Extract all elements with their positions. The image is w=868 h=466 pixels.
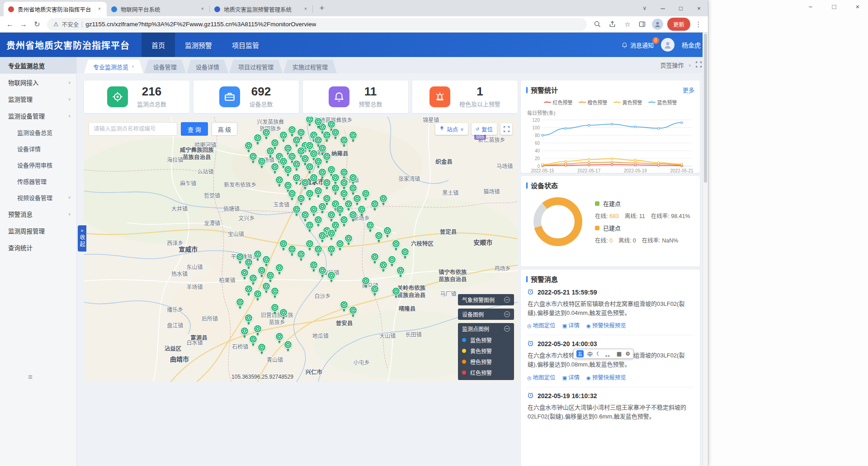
monitor-point-search-input[interactable] xyxy=(89,122,177,136)
monitor-point-marker[interactable] xyxy=(244,258,254,269)
monitor-point-marker[interactable] xyxy=(244,141,254,152)
message-link[interactable]: ◎地图定位 xyxy=(527,373,556,381)
monitor-point-marker[interactable] xyxy=(279,308,288,319)
query-button[interactable]: 查 询 xyxy=(181,122,208,136)
monitor-point-marker[interactable] xyxy=(335,239,344,251)
monitor-point-marker[interactable] xyxy=(283,165,292,176)
monitor-point-marker[interactable] xyxy=(318,231,327,243)
username[interactable]: 杨金虎 xyxy=(682,40,701,49)
sidebar-item[interactable]: 监测周报管理 xyxy=(0,222,76,239)
monitor-point-marker[interactable] xyxy=(261,282,271,293)
monitor-point-marker[interactable] xyxy=(253,133,262,145)
monitor-point-marker[interactable] xyxy=(400,247,410,259)
message-link[interactable]: ▣详情 xyxy=(562,373,580,381)
monitor-point-marker[interactable] xyxy=(392,239,401,251)
monitor-point-marker[interactable] xyxy=(270,287,279,298)
page-scrollbar[interactable] xyxy=(703,33,708,466)
monitor-point-marker[interactable] xyxy=(313,117,323,128)
monitor-point-marker[interactable] xyxy=(348,210,358,222)
monitor-point-marker[interactable] xyxy=(340,189,349,200)
monitor-point-marker[interactable] xyxy=(361,276,371,288)
monitor-point-marker[interactable] xyxy=(357,205,366,216)
background-window-control[interactable]: − xyxy=(806,3,816,10)
monitor-point-marker[interactable] xyxy=(257,157,267,168)
monitor-point-marker[interactable] xyxy=(348,306,358,317)
monitor-point-marker[interactable] xyxy=(305,162,314,174)
tab-close-icon[interactable]: × xyxy=(96,5,103,13)
ime-button[interactable]: ⚙ xyxy=(625,351,630,357)
monitor-point-marker[interactable] xyxy=(318,202,327,214)
monitor-point-marker[interactable] xyxy=(322,152,332,163)
scrollbar-thumb[interactable] xyxy=(704,33,707,183)
monitor-point-marker[interactable] xyxy=(292,205,301,216)
monitor-point-marker[interactable] xyxy=(353,194,362,205)
collapse-panel-tab[interactable]: » 收起 xyxy=(78,225,86,252)
monitor-point-marker[interactable] xyxy=(344,234,353,245)
monitor-point-marker[interactable] xyxy=(326,229,336,240)
monitor-point-marker[interactable] xyxy=(318,168,327,179)
monitor-point-marker[interactable] xyxy=(305,117,314,126)
sidebar-collapse-icon[interactable]: ≡ xyxy=(28,373,33,382)
background-window-control[interactable]: × xyxy=(853,3,863,10)
monitor-point-marker[interactable] xyxy=(240,268,249,280)
page-tab[interactable]: 设备详情 xyxy=(187,60,228,73)
ime-logo-icon[interactable]: 五 xyxy=(576,350,584,357)
point-legend-toggle[interactable]: 监测点图例 xyxy=(462,323,510,334)
monitor-point-marker[interactable] xyxy=(270,162,279,174)
monitor-point-marker[interactable] xyxy=(257,343,267,354)
tab-search-icon[interactable]: ∨ xyxy=(636,0,654,16)
device-legend-toggle[interactable]: 设备图例 xyxy=(458,309,514,320)
monitor-point-marker[interactable] xyxy=(296,250,306,261)
monitor-point-marker[interactable] xyxy=(396,266,406,277)
monitor-point-marker[interactable] xyxy=(387,255,396,266)
page-tab[interactable]: 项目过程管理 xyxy=(229,60,283,73)
ime-toolbar[interactable]: 五中☾，。▦⚙ xyxy=(573,349,633,359)
monitor-point-marker[interactable] xyxy=(274,263,284,275)
monitor-point-marker[interactable] xyxy=(340,136,349,147)
nav-item[interactable]: 项目监管 xyxy=(222,33,269,57)
monitor-point-marker[interactable] xyxy=(292,173,301,185)
minimize-button[interactable]: ─ xyxy=(654,0,672,16)
monitor-point-marker[interactable] xyxy=(253,324,262,336)
sidebar-item[interactable]: 监测管理∨ xyxy=(0,90,76,107)
update-button[interactable]: 更新 xyxy=(667,18,690,31)
monitor-point-marker[interactable] xyxy=(309,205,319,216)
tab-close-icon[interactable]: × xyxy=(302,5,309,13)
sidebar-subitem[interactable]: 传感器管理 xyxy=(0,173,76,189)
monitor-point-marker[interactable] xyxy=(296,194,306,205)
monitor-point-marker[interactable] xyxy=(253,290,262,301)
monitor-point-marker[interactable] xyxy=(249,152,258,163)
monitor-point-marker[interactable] xyxy=(361,189,371,200)
ime-button[interactable]: ，。 xyxy=(605,350,613,358)
sidebar-subitem[interactable]: 视频设备管理∨ xyxy=(0,189,76,205)
monitor-point-marker[interactable] xyxy=(274,332,284,343)
monitor-point-marker[interactable] xyxy=(309,173,319,185)
browser-tab[interactable]: 贵州省地质灾害防治指挥平台× xyxy=(4,2,107,16)
monitor-point-marker[interactable] xyxy=(279,131,288,142)
side-panel-icon[interactable] xyxy=(637,19,648,30)
monitor-point-marker[interactable] xyxy=(340,178,349,190)
monitor-point-marker[interactable] xyxy=(279,239,288,251)
monitor-point-marker[interactable] xyxy=(257,266,267,277)
monitor-point-marker[interactable] xyxy=(344,200,353,211)
browser-menu-icon[interactable]: ⋮ xyxy=(694,20,703,29)
legend-item[interactable]: 黄色预警 xyxy=(613,99,642,106)
monitor-point-marker[interactable] xyxy=(249,274,258,285)
address-bar[interactable]: ⚠ 不安全 gz1155.cn/xzlframe?http%3A%2F%2Fww… xyxy=(47,18,587,31)
user-avatar[interactable] xyxy=(661,38,675,52)
message-link[interactable]: ▣详情 xyxy=(562,321,580,329)
monitor-point-marker[interactable] xyxy=(378,194,388,205)
monitor-point-marker[interactable] xyxy=(305,239,314,251)
message-link[interactable]: ◎地图定位 xyxy=(527,321,556,329)
reset-button[interactable]: ↺ 复位 xyxy=(472,123,497,135)
sidebar-item[interactable]: 监测设备管理∧ xyxy=(0,107,76,124)
tab-close-icon[interactable]: × xyxy=(199,5,206,13)
sidebar-item[interactable]: 物联网接入∨ xyxy=(0,74,76,90)
message-link[interactable]: ◉预警快报预览 xyxy=(586,321,626,329)
monitor-point-marker[interactable] xyxy=(370,252,379,264)
message-link[interactable]: ◉预警快报预览 xyxy=(586,373,626,381)
monitor-point-marker[interactable] xyxy=(266,271,275,282)
nav-item[interactable]: 监测预警 xyxy=(175,33,222,57)
monitor-point-marker[interactable] xyxy=(326,271,336,282)
advanced-button[interactable]: 高 级 xyxy=(212,122,238,136)
